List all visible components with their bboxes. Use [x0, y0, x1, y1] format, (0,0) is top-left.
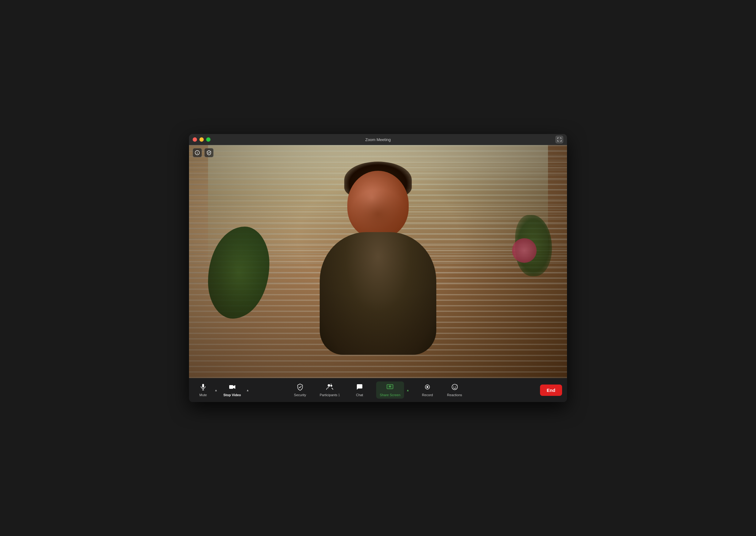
reactions-icon: [451, 383, 458, 392]
svg-text:1: 1: [331, 383, 332, 386]
info-button[interactable]: i: [193, 148, 202, 157]
security-label: Security: [294, 393, 306, 397]
maximize-button[interactable]: [206, 137, 210, 142]
video-icon: [229, 383, 236, 392]
share-chevron[interactable]: ▲: [405, 384, 411, 396]
record-button[interactable]: Record: [418, 382, 437, 399]
mute-button[interactable]: Mute: [194, 382, 212, 399]
reactions-label: Reactions: [447, 393, 462, 397]
traffic-lights: [193, 137, 210, 142]
toolbar-right: End: [540, 385, 562, 396]
mute-label: Mute: [199, 393, 207, 397]
mute-group: Mute ▲: [194, 382, 219, 399]
microphone-icon: [199, 383, 207, 392]
overlay-buttons: i: [193, 148, 214, 157]
video-area: i: [189, 145, 567, 378]
share-screen-group: Share Screen ▲: [376, 382, 411, 399]
record-icon: [424, 383, 431, 392]
share-screen-label: Share Screen: [380, 393, 400, 397]
reactions-button[interactable]: Reactions: [444, 382, 465, 399]
chat-label: Chat: [356, 393, 363, 397]
participants-button[interactable]: 1 Participants 1: [317, 382, 343, 399]
svg-rect-2: [202, 384, 204, 387]
share-screen-icon: [386, 383, 394, 392]
zoom-window: Zoom Meeting i: [189, 134, 567, 402]
security-icon: [296, 383, 304, 392]
stop-video-button[interactable]: Stop Video: [220, 382, 244, 399]
close-button[interactable]: [193, 137, 197, 142]
participants-label: Participants 1: [320, 393, 340, 397]
svg-point-12: [426, 386, 428, 388]
title-bar: Zoom Meeting: [189, 134, 567, 145]
mute-chevron[interactable]: ▲: [213, 384, 219, 396]
end-button[interactable]: End: [540, 385, 562, 396]
toolbar: Mute ▲ Stop Video ▲: [189, 378, 567, 402]
fullscreen-button[interactable]: [555, 136, 563, 144]
stop-video-label: Stop Video: [223, 393, 241, 397]
chat-icon: [356, 383, 363, 392]
security-button[interactable]: Security: [291, 382, 309, 399]
video-chevron[interactable]: ▲: [244, 384, 251, 396]
minimize-button[interactable]: [199, 137, 204, 142]
svg-text:i: i: [197, 151, 198, 154]
chat-button[interactable]: Chat: [350, 382, 369, 399]
window-title: Zoom Meeting: [365, 137, 391, 142]
share-screen-button[interactable]: Share Screen: [376, 382, 404, 399]
toolbar-left: Mute ▲ Stop Video ▲: [194, 382, 251, 399]
svg-rect-5: [229, 385, 233, 389]
record-label: Record: [422, 393, 433, 397]
face-vignette: [189, 145, 567, 378]
svg-point-13: [452, 384, 457, 390]
participants-icon: 1: [326, 383, 334, 392]
svg-point-14: [453, 386, 454, 387]
svg-point-15: [455, 386, 456, 387]
stop-video-group: Stop Video ▲: [220, 382, 251, 399]
toolbar-center: Security 1 Participants 1: [291, 382, 465, 399]
svg-point-6: [328, 384, 330, 387]
security-overlay-button[interactable]: [204, 148, 214, 157]
